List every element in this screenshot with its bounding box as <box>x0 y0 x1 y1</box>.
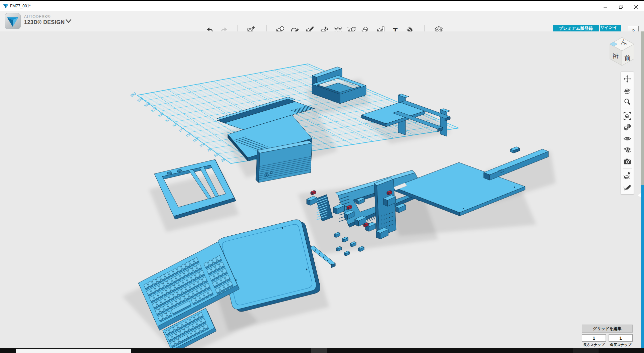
length-snap-input[interactable] <box>582 334 606 342</box>
app-logo[interactable] <box>5 13 21 29</box>
brand-block: AUTODESK® 123D® DESIGN <box>24 15 65 25</box>
panel-expand-arrow-icon[interactable] <box>638 193 641 197</box>
123d-logo-icon <box>5 13 21 29</box>
pan-icon[interactable] <box>623 74 632 84</box>
hide-show-icon[interactable] <box>623 134 632 144</box>
grid-ruler-label: 100 <box>199 141 206 148</box>
screenshot-icon[interactable] <box>623 156 632 166</box>
grid-ruler-label: 150 <box>185 131 192 138</box>
angle-snap-label: 角度スナップ <box>609 343 633 347</box>
zoom-icon[interactable] <box>623 97 632 107</box>
grid-ruler-label: 25 <box>220 157 225 163</box>
view-cube-front-label[interactable]: 前 <box>625 54 631 62</box>
grid-ruler-label: 225 <box>164 116 171 123</box>
shaded-view-icon[interactable] <box>623 122 632 132</box>
length-snap-label: 長さスナップ <box>582 343 606 347</box>
disable-snap-icon[interactable] <box>623 182 632 192</box>
edit-grid-button[interactable]: グリッドを編集 <box>582 325 633 333</box>
3d-viewport[interactable]: 350325300275250225200175150125100755025 … <box>0 31 644 348</box>
grid-ruler-label: 275 <box>150 106 157 113</box>
taskbar-segment <box>311 348 327 353</box>
menu-chevron-icon[interactable] <box>65 19 71 23</box>
orbit-icon[interactable] <box>623 85 632 95</box>
close-button[interactable] <box>629 2 644 12</box>
edge-panel-track[interactable] <box>641 31 644 185</box>
app-icon <box>3 4 9 9</box>
brand-company: AUTODESK® <box>24 15 65 19</box>
edge-panel-tab[interactable] <box>641 185 644 348</box>
model-scene: 350325300275250225200175150125100755025 <box>0 31 644 348</box>
brand-product: 123D® DESIGN <box>24 19 65 25</box>
grid-settings-panel: グリッドを編集 長さスナップ 角度スナップ <box>582 325 634 347</box>
nav-separator <box>623 109 632 109</box>
fit-view-icon[interactable] <box>623 111 632 121</box>
grid-ruler-label: 300 <box>143 101 150 108</box>
taskbar-sliver <box>0 348 644 353</box>
view-cube[interactable]: 上 左 前 <box>603 33 641 70</box>
navigation-toolbar <box>621 72 634 195</box>
grid-ruler-label: 175 <box>178 126 185 133</box>
grid-ruler-label: 200 <box>171 121 178 128</box>
minimize-button[interactable] <box>598 2 613 12</box>
title-bar: FM77_001* <box>0 1 644 11</box>
grid-ruler-label: 50 <box>213 152 218 158</box>
grid-ruler-label: 75 <box>206 147 212 153</box>
document-title: FM77_001* <box>10 4 31 8</box>
show-grid-icon[interactable] <box>623 145 632 155</box>
main-toolbar: AUTODESK® 123D® DESIGN <box>0 11 644 32</box>
taskbar-search-sliver <box>16 349 131 353</box>
restore-button[interactable] <box>613 2 629 12</box>
angle-snap-input[interactable] <box>609 334 633 342</box>
nav-separator <box>623 168 632 169</box>
grid-ruler-label: 250 <box>157 111 164 118</box>
snap-object-icon[interactable] <box>623 171 632 181</box>
grid-ruler-label: 325 <box>136 96 143 103</box>
grid-ruler-label: 350 <box>130 91 137 98</box>
app-window: FM77_001* <box>0 0 644 353</box>
taskbar-segment <box>573 348 599 353</box>
view-cube-left-label[interactable]: 左 <box>612 53 619 60</box>
premium-title: プレミアム版登録 <box>553 26 599 31</box>
